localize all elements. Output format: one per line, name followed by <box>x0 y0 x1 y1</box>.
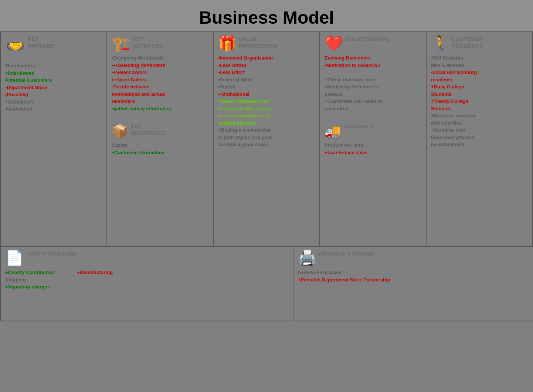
channels-icon: 🚚 <box>325 123 341 138</box>
cost-structure-right: +Manufacturing <box>77 269 113 291</box>
key-resources-content: Capital +Customer Information <box>112 142 208 156</box>
revenue-streams-icon: 🖨️ <box>298 250 316 265</box>
customer-segments-title: CUSTOMERSEGMENTS <box>452 36 483 49</box>
key-resources-title: KEYRESOURCES <box>130 123 166 136</box>
revenue-streams-content: Face-to-Face Sales +Possible Department … <box>298 269 529 283</box>
channels-title: CHANNELS <box>343 123 374 130</box>
key-activities-title: KEYACTIVITIES <box>132 36 163 49</box>
customer-segments-cell: 🚶 CUSTOMERSEGMENTS JMU Students Men & Wo… <box>427 32 533 247</box>
key-partner-cell: 🤝 KEYPARTNER Manufacturer +Interviewed P… <box>1 32 107 247</box>
revenue-streams-title: REVENUE STREAMS <box>319 250 374 257</box>
channels-content: Product on Hand +face-to-face sales <box>325 142 421 156</box>
cost-structure-title: COST STRUCTURE <box>26 250 77 257</box>
key-partner-content: Manufacturer +Interviewed Potential Cust… <box>5 62 102 113</box>
key-resources-icon: 📦 <box>112 123 128 138</box>
value-proposition-title: VALUEPROPOSITION <box>239 36 277 49</box>
key-partner-icon: 🤝 <box>5 36 26 58</box>
customer-segments-icon: 🚶 <box>431 36 449 51</box>
svg-text:🤝: 🤝 <box>9 40 23 53</box>
key-activities-content: •Designing Wristbands ••+Selecting Remin… <box>112 54 208 112</box>
page-title: Business Model <box>0 0 533 31</box>
value-proposition-cell: 🎁 VALUEPROPOSITION •Increased Organizati… <box>214 32 320 247</box>
key-activities-cell: 🏗️ KEYACTIVITIES •Designing Wristbands •… <box>107 32 214 247</box>
customer-segments-content: JMU Students Men & Women -Local Harrison… <box>431 54 528 148</box>
relationships-icon: ❤️ <box>325 36 343 51</box>
value-proposition-icon: 🎁 <box>218 36 237 51</box>
relationships-content: Evolving Reminders •Motivation to collec… <box>325 54 421 112</box>
value-proposition-content: •Increased Organization •Less Stress •Le… <box>218 54 315 148</box>
relationships-cell: ❤️ RELATIONSHIPS Evolving Reminders •Mot… <box>320 32 427 247</box>
relationships-title: RELATIONSHIPS <box>345 36 390 43</box>
key-partner-title: KEYPARTNER <box>28 36 54 49</box>
cost-structure-left: +Charity Contribution Shipping +Squareup… <box>5 269 55 291</box>
key-activities-icon: 🏗️ <box>112 36 130 51</box>
cost-structure-icon: 📄 <box>5 250 24 265</box>
